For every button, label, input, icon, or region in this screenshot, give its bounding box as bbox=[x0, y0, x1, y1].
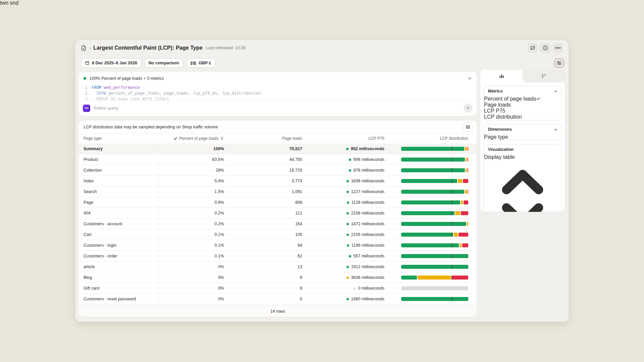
lcp-distribution-bar bbox=[401, 190, 468, 194]
add-metric-button[interactable]: + bbox=[554, 88, 557, 94]
table-row[interactable]: Gift card 0% 9 0 milliseconds bbox=[79, 283, 477, 294]
titlebar-actions: ••• bbox=[528, 43, 563, 53]
query-editor: 100% Percent of page loads + 3 metrics 1… bbox=[79, 72, 477, 116]
column-header-page-loads[interactable]: Page loads bbox=[229, 136, 307, 141]
lcp-distribution-bar bbox=[401, 265, 468, 269]
sampling-banner-text: LCP distribution data may be sampled dep… bbox=[84, 125, 218, 129]
table-row[interactable]: 404 0.2% 121 2108 milliseconds bbox=[79, 208, 477, 219]
visualization-section: Visualization Display table Show all row… bbox=[484, 144, 561, 212]
table-row[interactable]: article 0% 13 1912 milliseconds bbox=[79, 261, 477, 272]
refine-query-input[interactable]: Refine query bbox=[94, 106, 460, 111]
code-line-2: 2 SHOW percent_of_page_loads, page_loads… bbox=[84, 91, 477, 97]
table-row[interactable]: Search 1.5% 1,091 1227 milliseconds bbox=[79, 186, 477, 197]
currency-exchange-icon: $⇅ bbox=[191, 61, 196, 66]
comparison-chip[interactable]: No comparison bbox=[145, 58, 183, 68]
lcp-distribution-bar bbox=[401, 297, 468, 301]
column-header-percent[interactable]: Percent of page loads bbox=[158, 136, 229, 141]
table-row[interactable]: Customers - login 0.1% 94 1199 milliseco… bbox=[79, 240, 477, 251]
info-icon bbox=[543, 45, 548, 51]
desktop: › Largest Contentful Paint (LCP): Page T… bbox=[0, 0, 644, 362]
lcp-distribution-bar bbox=[401, 243, 468, 247]
lcp-distribution-bar bbox=[401, 200, 468, 204]
tab-chart-view[interactable] bbox=[480, 70, 523, 82]
logo-left: twn bbox=[0, 0, 8, 6]
chevron-down-icon bbox=[467, 76, 472, 81]
table-row[interactable]: Collection 28% 19,725 876 milliseconds bbox=[79, 165, 477, 176]
last-refreshed: Last refreshed: 10:30 bbox=[206, 46, 246, 50]
results-table: LCP distribution data may be sampled dep… bbox=[79, 121, 477, 317]
lcp-distribution-bar bbox=[401, 286, 468, 290]
breadcrumb-chevron: › bbox=[89, 46, 91, 51]
table-row[interactable]: Product 63.5% 44,750 906 milliseconds bbox=[79, 154, 477, 165]
collapse-query-button[interactable] bbox=[467, 76, 472, 81]
lcp-distribution-bar bbox=[401, 168, 468, 172]
date-range-chip[interactable]: 8 Dec 2025–6 Jan 2026 bbox=[81, 58, 141, 68]
lcp-distribution-bar bbox=[401, 233, 468, 237]
comparison-label: No comparison bbox=[149, 61, 179, 65]
refresh-icon bbox=[530, 45, 535, 51]
table-row[interactable]: Blog 0% 9 3636 milliseconds bbox=[79, 272, 477, 283]
table-footer: 14 rows bbox=[79, 305, 477, 317]
table-header: Page type Percent of page loads Page loa… bbox=[79, 133, 477, 143]
table-view-button[interactable] bbox=[463, 122, 473, 132]
query-summary-row[interactable]: 100% Percent of page loads + 3 metrics bbox=[79, 72, 477, 84]
dimension-page-type[interactable]: Page type bbox=[484, 134, 561, 140]
add-dimension-button[interactable]: + bbox=[554, 127, 557, 132]
column-header-lcp-distribution[interactable]: LCP distribution bbox=[389, 136, 477, 141]
table-body: Summary 100% 70,517 952 milliseconds Pro… bbox=[79, 143, 477, 305]
date-range-label: 8 Dec 2025–6 Jan 2026 bbox=[92, 61, 137, 65]
page-title: Largest Contentful Paint (LCP): Page Typ… bbox=[93, 45, 203, 51]
table-row[interactable]: Index 5.4% 3,773 1836 milliseconds bbox=[79, 176, 477, 186]
arrow-up-icon bbox=[466, 106, 470, 110]
metric-lcp-p75[interactable]: LCP P75 bbox=[484, 108, 561, 114]
calendar-icon bbox=[85, 61, 90, 65]
currency-chip[interactable]: $⇅ GBP £ bbox=[186, 58, 215, 68]
sort-icon bbox=[220, 136, 224, 140]
lcp-distribution-bar bbox=[401, 254, 468, 258]
pivot-table-icon bbox=[541, 73, 547, 79]
report-file-icon bbox=[81, 45, 87, 51]
query-code[interactable]: 1FROM web_performance 2 SHOW percent_of_… bbox=[79, 84, 477, 101]
code-line-3: 3 GROUP BY page_type WITH TOTALS bbox=[84, 97, 477, 101]
table-row[interactable]: Summary 100% 70,517 952 milliseconds bbox=[79, 143, 477, 154]
metrics-header: Metrics + bbox=[484, 86, 561, 96]
visualization-header: Visualization bbox=[484, 144, 561, 154]
table-row[interactable]: Customers - reset password 0% 5 1460 mil… bbox=[79, 294, 477, 304]
table-row[interactable]: Page 0.9% 606 1126 milliseconds bbox=[79, 197, 477, 208]
table-row[interactable]: Customers - account 0.2% 154 1472 millis… bbox=[79, 219, 477, 229]
lcp-distribution-bar bbox=[401, 222, 468, 226]
analytics-report-window: › Largest Contentful Paint (LCP): Page T… bbox=[75, 40, 569, 322]
bar-chart-icon bbox=[499, 73, 504, 79]
info-button[interactable] bbox=[540, 43, 550, 53]
panel-tabs bbox=[480, 70, 565, 82]
twnsnd-logo: twn snd bbox=[0, 0, 644, 6]
lcp-distribution-bar bbox=[401, 211, 468, 215]
column-header-lcp-p75[interactable]: LCP P75 bbox=[307, 136, 389, 141]
table-rows-icon bbox=[466, 125, 470, 129]
currency-label: GBP £ bbox=[199, 61, 211, 65]
metric-percent-of-page-loads[interactable]: Percent of page loads bbox=[484, 96, 561, 102]
check-icon bbox=[536, 97, 540, 101]
tab-pivot-view[interactable] bbox=[523, 70, 565, 82]
refresh-button[interactable] bbox=[528, 43, 538, 53]
refine-query-row: Refine query bbox=[79, 101, 477, 115]
filter-chips: 8 Dec 2025–6 Jan 2026 No comparison $⇅ G… bbox=[81, 58, 215, 68]
metric-page-loads[interactable]: Page loads bbox=[484, 102, 561, 108]
metric-lcp-distribution[interactable]: LCP distribution bbox=[484, 114, 561, 120]
sliders-icon bbox=[556, 60, 562, 66]
panel-toggle-button[interactable] bbox=[554, 58, 564, 68]
more-actions-button[interactable]: ••• bbox=[553, 43, 563, 53]
code-line-1: 1FROM web_performance bbox=[84, 85, 477, 91]
sampling-banner: LCP distribution data may be sampled dep… bbox=[79, 121, 477, 133]
table-row[interactable]: Cart 0.1% 105 2105 milliseconds bbox=[79, 229, 477, 240]
display-type-select[interactable]: Display table bbox=[484, 154, 561, 212]
lcp-distribution-bar bbox=[401, 179, 468, 183]
table-row[interactable]: Customers - order 0.1% 62 557 millisecon… bbox=[79, 251, 477, 261]
panel-body: Metrics + Percent of page loadsPage load… bbox=[480, 82, 565, 212]
logo-right: snd bbox=[10, 0, 18, 6]
column-header-page-type[interactable]: Page type bbox=[79, 136, 158, 141]
dimensions-section: Dimensions + Page type bbox=[484, 124, 561, 140]
titlebar: › Largest Contentful Paint (LCP): Page T… bbox=[75, 40, 569, 56]
submit-query-button[interactable] bbox=[464, 104, 473, 113]
dimensions-header: Dimensions + bbox=[484, 124, 561, 134]
